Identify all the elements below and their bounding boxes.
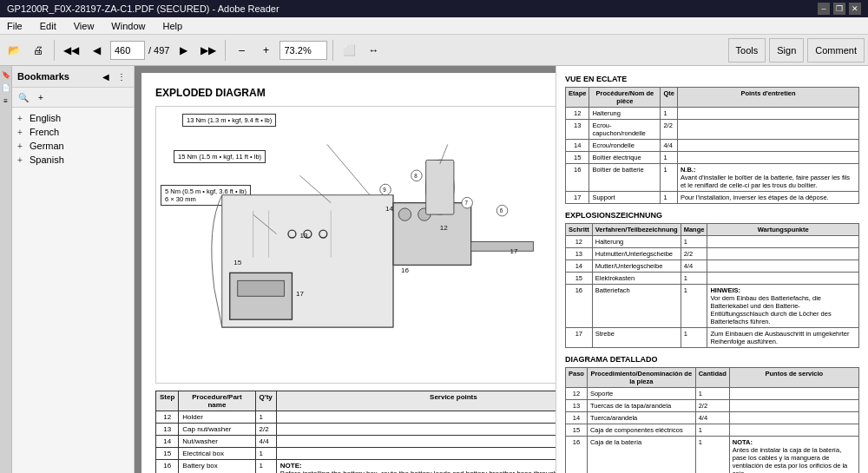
sign-button[interactable]: Sign — [769, 38, 804, 62]
nav-icon-layers[interactable]: ≡ — [3, 97, 8, 105]
svg-text:9: 9 — [383, 187, 386, 193]
page-separator: / 497 — [148, 45, 169, 56]
table-row: 16Batteriefach1HINWEIS:Vor dem Einbau de… — [566, 285, 859, 328]
svg-rect-11 — [471, 242, 534, 252]
bookmark-english[interactable]: + English — [14, 111, 132, 125]
zoom-out-button[interactable]: – — [231, 38, 252, 62]
svg-rect-5 — [426, 160, 454, 214]
titlebar-controls: – ❐ ✕ — [818, 3, 861, 15]
menu-help[interactable]: Help — [159, 19, 186, 33]
document-page: EXPLODED DIAGRAM 13 Nm (1.3 m • kgf, 9.4… — [141, 73, 556, 473]
menu-view[interactable]: View — [70, 19, 98, 33]
toolbar-sep-1 — [54, 40, 55, 61]
svg-rect-7 — [238, 280, 285, 296]
print-button[interactable]: 🖨 — [28, 38, 49, 62]
table-row: 13Tuercas de la tapa/arandela2/2 — [566, 400, 859, 412]
sidebar-nav-strip: 🔖 📄 ≡ — [0, 66, 12, 473]
table-row: 17Support1Pour l'installation, inverser … — [566, 192, 859, 204]
bookmark-german-label: German — [30, 141, 128, 151]
nav-icon-pages[interactable]: 📄 — [2, 84, 10, 92]
table-row: 17Strebe1Zum Einbauen die Ausbauschritt … — [566, 328, 859, 348]
nav-prev-prev[interactable]: ◀◀ — [60, 38, 82, 62]
bookmark-spanish-toggle[interactable]: + — [17, 155, 28, 165]
sidebar-collapse-button[interactable]: ◀ — [99, 69, 113, 83]
zoom-input[interactable] — [279, 41, 327, 60]
sidebar-icon-group: ◀ ⋮ — [99, 69, 128, 83]
table-row: 12Halterung1 — [566, 108, 859, 120]
table-row: 15Boîtier électrique1 — [566, 152, 859, 164]
svg-point-2 — [398, 208, 411, 220]
callout-13nm: 13 Nm (1.3 m • kgf, 9.4 ft • lb) — [182, 114, 276, 127]
bookmark-french[interactable]: + French — [14, 125, 132, 139]
sidebar-header: Bookmarks ◀ ⋮ — [12, 66, 134, 88]
page-number-input[interactable] — [110, 41, 145, 60]
bookmark-german[interactable]: + German — [14, 139, 132, 153]
svg-text:13: 13 — [299, 232, 307, 240]
right-panel: VUE EN ECLATEEtapeProcédure/Nom de pièce… — [556, 66, 868, 473]
bookmark-spanish[interactable]: + Spanish — [14, 153, 132, 167]
nav-prev[interactable]: ◀ — [86, 38, 107, 62]
right-table-vue-en-eclate: EtapeProcédure/Nom de pièceQtePoints d'e… — [565, 87, 859, 204]
sidebar-options-button[interactable]: ⋮ — [115, 69, 128, 83]
col-qty: Q'ty — [255, 391, 276, 411]
open-button[interactable]: 📂 — [3, 38, 24, 62]
menu-window[interactable]: Window — [108, 19, 148, 33]
zoom-in-button[interactable]: + — [255, 38, 276, 62]
col-service: Service points — [276, 391, 556, 411]
bottom-table: Step Procedure/Part name Q'ty Service po… — [155, 391, 556, 473]
svg-line-19 — [327, 144, 370, 194]
table-row: 14Tuerca/arandela4/4 — [566, 412, 859, 424]
restore-button[interactable]: ❐ — [833, 3, 845, 15]
right-table-explosionszeichnung: SchrittVerfahren/TeilbezeichnungMangeWar… — [565, 223, 859, 348]
titlebar: GP1200R_F0X-28197-ZA-C1.PDF (SECURED) - … — [0, 0, 868, 17]
svg-text:8: 8 — [414, 173, 418, 179]
menubar: File Edit View Window Help — [0, 17, 868, 35]
sidebar-add-button[interactable]: + — [33, 89, 49, 105]
table-row: 14Mutter/Unterlegscheibe4/4 — [566, 260, 859, 273]
document-scroll-area[interactable]: EXPLODED DIAGRAM 13 Nm (1.3 m • kgf, 9.4… — [135, 66, 556, 473]
nav-icon-bookmarks[interactable]: 🔖 — [2, 71, 10, 79]
table-row: 15Caja de componentes eléctricos1 — [566, 424, 859, 437]
sidebar-toolbar: 🔍 + — [12, 88, 134, 108]
table-row: 13Ecrou-capuchon/rondelle2/2 — [566, 120, 859, 140]
bookmark-english-toggle[interactable]: + — [17, 114, 28, 123]
right-table-diagrama-detallado: PasoProcedimiento/Denominación de la pie… — [565, 367, 859, 473]
section-title-diagrama-detallado: DIAGRAMA DETALLADO — [565, 355, 859, 364]
svg-text:16: 16 — [401, 266, 409, 274]
svg-text:14: 14 — [385, 205, 393, 213]
menu-file[interactable]: File — [3, 19, 26, 33]
main-layout: 🔖 📄 ≡ Bookmarks ◀ ⋮ 🔍 + + English — [0, 66, 868, 473]
sidebar-search-button[interactable]: 🔍 — [16, 89, 31, 105]
toolbar-right: Tools Sign Comment — [728, 38, 865, 62]
fit-width-button[interactable]: ↔ — [363, 38, 384, 62]
bookmark-french-toggle[interactable]: + — [17, 128, 28, 137]
toolbar-sep-3 — [332, 40, 333, 61]
bookmark-french-label: French — [30, 127, 128, 137]
svg-text:7: 7 — [464, 200, 468, 206]
section-title-vue-en-eclate: VUE EN ECLATE — [565, 75, 859, 83]
toolbar: 📂 🖨 ◀◀ ◀ / 497 ▶ ▶▶ – + ⬜ ↔ Tools Sign C… — [0, 35, 868, 66]
col-procedure: Procedure/Part name — [179, 391, 255, 411]
svg-text:17: 17 — [510, 247, 517, 255]
table-row: 13Hutmutter/Unterlegscheibe2/2 — [566, 248, 859, 260]
table-row: 12Halterung1 — [566, 236, 859, 248]
nav-next[interactable]: ▶ — [173, 38, 194, 62]
svg-text:17: 17 — [296, 290, 304, 298]
svg-text:6: 6 — [500, 207, 503, 214]
menu-edit[interactable]: Edit — [36, 19, 60, 33]
minimize-button[interactable]: – — [818, 3, 830, 15]
exploded-diagram-svg: 15 17 16 17 13 12 14 — [156, 133, 556, 358]
table-row: 12Soporte1 — [566, 388, 859, 400]
table-row: 14Ecrou/rondelle4/4 — [566, 140, 859, 152]
bookmark-german-toggle[interactable]: + — [17, 141, 28, 151]
titlebar-title: GP1200R_F0X-28197-ZA-C1.PDF (SECURED) - … — [7, 3, 279, 14]
nav-next-next[interactable]: ▶▶ — [197, 38, 220, 62]
col-step: Step — [156, 391, 179, 411]
tools-button[interactable]: Tools — [728, 38, 766, 62]
sidebar: 🔖 📄 ≡ Bookmarks ◀ ⋮ 🔍 + + English — [0, 66, 135, 473]
fit-page-button[interactable]: ⬜ — [339, 38, 359, 62]
comment-button[interactable]: Comment — [807, 38, 865, 62]
bookmarks-tree: + English + French + German + Spanish — [12, 108, 134, 473]
close-button[interactable]: ✕ — [849, 3, 861, 15]
page-title: EXPLODED DIAGRAM — [155, 87, 556, 99]
